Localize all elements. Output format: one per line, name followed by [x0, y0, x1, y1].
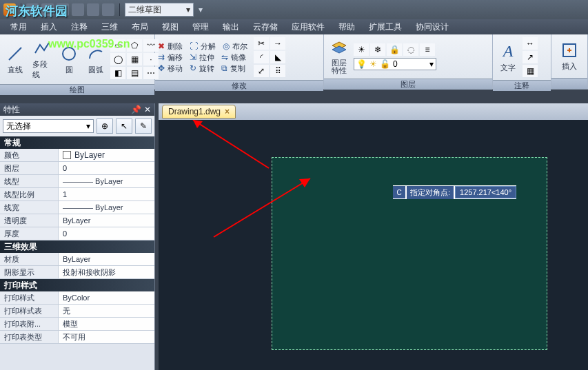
arc-button[interactable]: 圆弧	[83, 43, 108, 76]
prop-patt-v[interactable]: 模型	[59, 318, 154, 330]
table2-icon[interactable]: ▦	[523, 65, 538, 77]
cat-general: 常规	[0, 136, 154, 149]
polyline-button[interactable]: 多段线	[30, 37, 54, 81]
offset-icon[interactable]: ⇉	[158, 52, 165, 62]
mirror-icon[interactable]: ⇋	[221, 52, 228, 62]
prop-shadow-v[interactable]: 投射和接收阴影	[59, 266, 154, 278]
table-icon[interactable]: ▤	[127, 67, 142, 79]
prop-lweight-v[interactable]: ———— ByLayer	[59, 201, 154, 214]
layer-lock-icon[interactable]: 🔒	[387, 43, 402, 56]
array-icon[interactable]: ⠿	[270, 65, 285, 77]
prop-layer-v[interactable]: 0	[59, 162, 154, 174]
menu-common[interactable]: 常用	[3, 19, 34, 35]
scale-icon[interactable]: ⤢	[254, 65, 269, 77]
panel-annot-title: 注释	[493, 80, 551, 91]
layer-match-icon[interactable]: ≡	[420, 43, 435, 56]
qat-chevron-icon[interactable]: ▾	[199, 5, 203, 14]
stretch-label[interactable]: 拉伸	[199, 52, 219, 63]
bool-label[interactable]: 布尔	[232, 41, 252, 52]
menu-layout[interactable]: 布局	[125, 19, 155, 35]
print-icon[interactable]	[102, 3, 114, 16]
layer-props-button[interactable]: 图层 特性	[327, 37, 352, 76]
menu-output[interactable]: 输出	[216, 19, 246, 35]
explode-icon[interactable]: ⛶	[190, 41, 198, 51]
prop-thick-v[interactable]: 0	[59, 227, 154, 240]
menu-3d[interactable]: 三维	[94, 19, 125, 35]
tab-drawing1[interactable]: Drawing1.dwg ×	[162, 105, 236, 119]
layer-iso-icon[interactable]: ☀	[354, 43, 369, 56]
menu-ext[interactable]: 扩展工具	[362, 19, 409, 35]
line-label: 直线	[8, 65, 23, 75]
prop-pstyle-v[interactable]: ByColor	[59, 291, 154, 304]
close-icon[interactable]: ✕	[144, 105, 151, 114]
prop-ptable-v[interactable]: 无	[59, 305, 154, 317]
rotate-icon[interactable]: ↻	[190, 63, 196, 73]
prop-color-v[interactable]: ByLayer	[59, 149, 154, 161]
redo-icon[interactable]	[87, 3, 99, 16]
rotate-label[interactable]: 旋转	[199, 63, 219, 74]
layer-dropdown[interactable]: 💡 ☀ 🔓 0 ▾	[354, 58, 436, 70]
offset-label[interactable]: 偏移	[168, 52, 187, 63]
prop-ltype-k: 线型	[0, 175, 59, 187]
palette-title-label: 特性	[3, 104, 20, 116]
region-icon[interactable]: ◧	[110, 67, 125, 79]
move-label[interactable]: 移动	[168, 63, 187, 74]
selection-dropdown[interactable]: 无选择 ▾	[3, 119, 94, 133]
dim-icon[interactable]: ↔	[523, 37, 538, 50]
erase-icon[interactable]: ✖	[158, 41, 165, 51]
copy-icon[interactable]: ⧉	[221, 63, 227, 73]
menu-view[interactable]: 视图	[155, 19, 185, 35]
pin-icon[interactable]: 📌	[131, 105, 141, 114]
bool-icon[interactable]: ◎	[223, 41, 230, 51]
prop-trans-v[interactable]: ByLayer	[59, 214, 154, 227]
leader-icon[interactable]: ↗	[523, 51, 538, 63]
trim-icon[interactable]: ✂	[254, 37, 269, 50]
stretch-icon[interactable]: ⇲	[190, 52, 196, 62]
open-icon[interactable]	[41, 3, 54, 16]
erase-label[interactable]: 删除	[168, 41, 187, 52]
color-swatch	[63, 151, 71, 159]
quickcalc-button[interactable]: ✎	[135, 119, 152, 134]
undo-icon[interactable]	[72, 3, 84, 16]
extend-icon[interactable]: →	[270, 37, 285, 50]
prop-ptype-v[interactable]: 不可用	[59, 331, 154, 343]
chamfer-icon[interactable]: ◣	[270, 51, 285, 63]
tab-label: Drawing1.dwg	[168, 107, 221, 116]
workspace-dropdown[interactable]: 二维草图 ▾	[125, 3, 194, 17]
save-icon[interactable]	[57, 3, 69, 16]
menu-annotate[interactable]: 注释	[64, 19, 94, 35]
menu-insert[interactable]: 插入	[34, 19, 64, 35]
rect-icon[interactable]: ▭	[110, 39, 125, 52]
circle-button[interactable]: 圆	[57, 43, 81, 76]
line-button[interactable]: 直线	[3, 43, 28, 76]
ellipse-icon[interactable]: ◯	[110, 53, 125, 65]
hatch-icon[interactable]: ▦	[127, 53, 142, 65]
menu-help[interactable]: 帮助	[332, 19, 362, 35]
layer-off-icon[interactable]: ◌	[403, 43, 418, 56]
prop-ltype-v[interactable]: ———— ByLayer	[59, 175, 154, 187]
polygon-icon[interactable]: ⬠	[127, 39, 142, 52]
draw-mini-grid: ▭ ⬠ 〰 ◯ ▦ · ◧ ▤ ⋯	[110, 39, 159, 79]
mirror-label[interactable]: 镜像	[231, 52, 250, 63]
chevron-down-icon: ▾	[429, 59, 434, 69]
prop-shadow-k: 阴影显示	[0, 266, 59, 278]
copy-label[interactable]: 复制	[230, 63, 250, 74]
fillet-icon[interactable]: ◜	[254, 51, 269, 63]
prop-mat-v[interactable]: ByLayer	[59, 253, 154, 265]
insert-button[interactable]: 插入	[557, 39, 582, 73]
menu-collab[interactable]: 协同设计	[409, 19, 456, 35]
menu-manage[interactable]: 管理	[185, 19, 216, 35]
new-icon[interactable]	[26, 3, 39, 16]
drawing-canvas[interactable]: C 指定对角点: 1257.217<140°	[159, 120, 588, 370]
pickobj-button[interactable]: ↖	[116, 119, 132, 134]
layer-freeze-icon[interactable]: ❄	[370, 43, 385, 56]
explode-label[interactable]: 分解	[201, 41, 220, 52]
menu-apps[interactable]: 应用软件	[285, 19, 332, 35]
menu-cloud[interactable]: 云存储	[246, 19, 285, 35]
text-button[interactable]: A 文字	[496, 41, 520, 74]
move-icon[interactable]: ✥	[158, 63, 165, 73]
quickselect-button[interactable]: ⊕	[97, 119, 113, 134]
prompt-value[interactable]: 1257.217<140°	[455, 186, 516, 198]
prop-ltscale-v[interactable]: 1	[59, 188, 154, 201]
tab-close-icon[interactable]: ×	[225, 107, 230, 116]
